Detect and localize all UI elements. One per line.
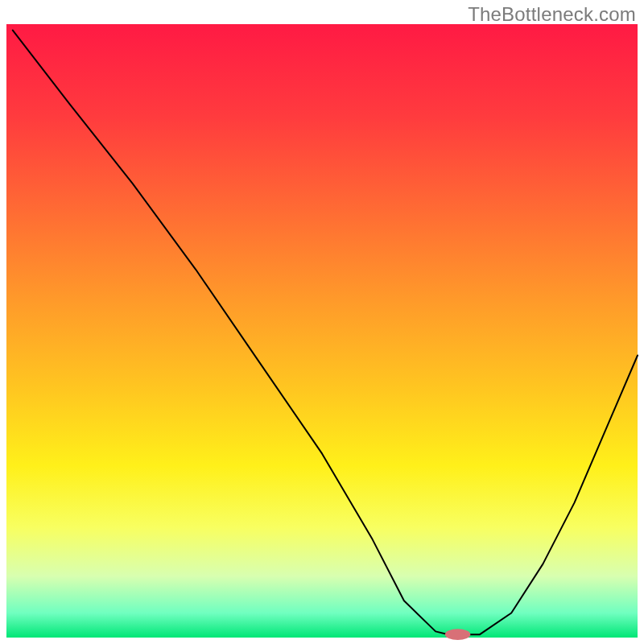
plot-background: [6, 24, 638, 638]
highlight-marker: [445, 629, 470, 640]
chart-canvas: [0, 0, 644, 644]
bottleneck-chart: TheBottleneck.com: [0, 0, 644, 644]
watermark-label: TheBottleneck.com: [468, 3, 636, 26]
